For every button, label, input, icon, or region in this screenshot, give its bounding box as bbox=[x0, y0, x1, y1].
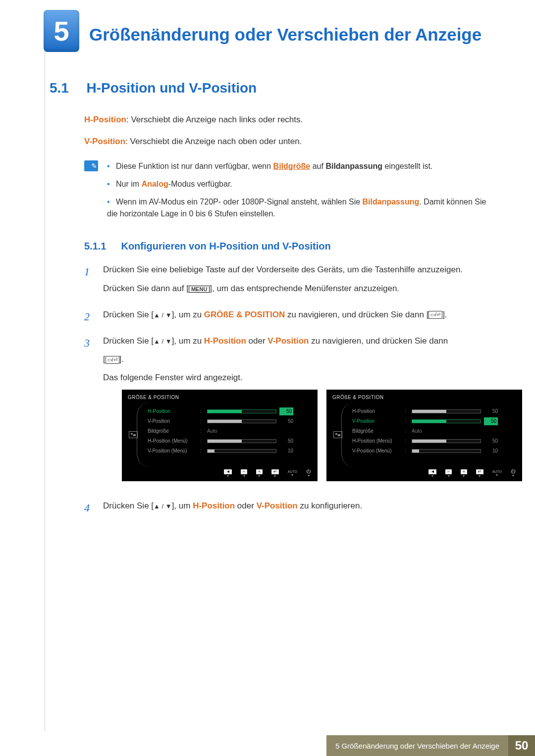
footer-chapter-text: 5 Größenänderung oder Verschieben der An… bbox=[326, 735, 508, 756]
step4-c: zu konfigurieren. bbox=[298, 501, 362, 510]
note3-a: Wenn im AV-Modus ein 720P- oder 1080P-Si… bbox=[116, 198, 362, 206]
bullet-dot: • bbox=[107, 180, 110, 188]
step3-mid: oder bbox=[246, 336, 268, 346]
intro-h-position: H-Position: Verschiebt die Anzeige nach … bbox=[84, 113, 498, 126]
note-item-3: • Wenn im AV-Modus ein 720P- oder 1080P-… bbox=[107, 196, 498, 220]
osd-value: 50 bbox=[279, 407, 293, 415]
note1-bold: Bildanpassung bbox=[325, 162, 382, 170]
step3-c: zu navigieren, und drücken Sie dann bbox=[309, 336, 448, 346]
step4-mid: oder bbox=[235, 501, 256, 510]
step-2: 2 Drücken Sie [▲ / ▼], um zu GRÖßE & POS… bbox=[84, 308, 498, 326]
section-number: 5.1 bbox=[50, 80, 84, 96]
subsection-title: Konfigurieren von H-Position und V-Posit… bbox=[121, 241, 330, 252]
menu-key-icon: MENU bbox=[189, 286, 210, 293]
osd-curve-decor bbox=[137, 403, 149, 467]
step-number-4: 4 bbox=[84, 499, 94, 517]
subsection-number: 5.1.1 bbox=[84, 241, 119, 252]
note1-b: auf bbox=[310, 162, 325, 170]
osd-value: 50 bbox=[279, 417, 293, 425]
osd-value: 50 bbox=[484, 437, 498, 445]
osd-label: H-Position bbox=[352, 407, 402, 415]
osd-value-auto: Auto bbox=[207, 427, 217, 435]
source-enter-icon: ▭/⏎ bbox=[106, 356, 119, 364]
section-title: H-Position und V-Position bbox=[86, 80, 257, 96]
osd-label: V-Position bbox=[352, 417, 402, 425]
osd-screenshot-hposition: GRÖßE & POSITION H-Position:50 V-Positio… bbox=[122, 390, 318, 481]
step3-a: Drücken Sie [ bbox=[103, 336, 154, 346]
osd-arrow-icon: ▾ bbox=[496, 473, 498, 477]
step-number-2: 2 bbox=[84, 308, 94, 326]
osd-row-vpos: V-Position:50 bbox=[148, 416, 312, 426]
osd-title: GRÖßE & POSITION bbox=[332, 394, 516, 402]
step2-d: ]. bbox=[442, 310, 447, 319]
osd-row-hpos: H-Position:50 bbox=[148, 406, 312, 416]
page-footer: 5 Größenänderung oder Verschieben der An… bbox=[0, 735, 535, 756]
osd-value: 50 bbox=[484, 417, 498, 425]
osd-arrow-icon: ▾ bbox=[308, 474, 310, 478]
step1b-b: ], um das entsprechende Menüfenster anzu… bbox=[210, 284, 399, 293]
osd-value: 10 bbox=[484, 447, 498, 455]
left-margin-rule bbox=[45, 10, 45, 731]
osd-arrow-icon: ▾ bbox=[479, 474, 481, 478]
osd-row-hmenu: H-Position (Menü):50 bbox=[352, 436, 516, 446]
osd-side-icon bbox=[129, 431, 138, 438]
osd-footer: ◄▾ −▾ +▾ ↵▾ AUTO▾ ⏻▾ bbox=[224, 469, 311, 478]
note2-b: -Modus verfügbar. bbox=[168, 180, 232, 188]
osd-value-auto: Auto bbox=[412, 427, 422, 435]
note2-orange: Analog bbox=[142, 180, 168, 188]
note-item-1: • Diese Funktion ist nur dann verfügbar,… bbox=[107, 160, 498, 172]
up-down-icon: ▲ / ▼ bbox=[154, 338, 172, 345]
step2-text: Drücken Sie [▲ / ▼], um zu GRÖßE & POSIT… bbox=[103, 308, 447, 321]
step2-c: zu navigieren, und drücken Sie dann [ bbox=[285, 310, 428, 319]
label-h-position: H-Position bbox=[84, 115, 126, 124]
intro-h-text: : Verschiebt die Anzeige nach links oder… bbox=[126, 115, 303, 124]
step3-o1: H-Position bbox=[204, 336, 246, 346]
osd-row-vpos: V-Position:50 bbox=[352, 416, 516, 426]
step-3: 3 Drücken Sie [▲ / ▼], um zu H-Position … bbox=[84, 334, 498, 491]
osd-label: V-Position bbox=[148, 417, 197, 425]
osd-row-size: Bildgröße:Auto bbox=[148, 426, 312, 436]
step2-b: ], um zu bbox=[172, 310, 204, 319]
osd-arrow-icon: ▾ bbox=[274, 474, 276, 478]
note2-a: Nur im bbox=[116, 180, 142, 188]
osd-label: H-Position (Menü) bbox=[352, 437, 402, 445]
osd-title: GRÖßE & POSITION bbox=[128, 394, 312, 402]
step-4: 4 Drücken Sie [▲ / ▼], um H-Position ode… bbox=[84, 499, 498, 517]
osd-label: H-Position bbox=[148, 407, 197, 415]
osd-arrow-icon: ▾ bbox=[291, 473, 293, 477]
step2-a: Drücken Sie [ bbox=[103, 310, 154, 319]
label-v-position: V-Position bbox=[84, 137, 125, 146]
osd-label: H-Position (Menü) bbox=[148, 437, 197, 445]
step-number-3: 3 bbox=[84, 334, 94, 491]
note3-orange: Bildanpassung bbox=[363, 198, 420, 206]
osd-arrow-icon: ▾ bbox=[258, 474, 260, 478]
bullet-dot: • bbox=[107, 198, 110, 206]
osd-arrow-icon: ▾ bbox=[243, 474, 245, 478]
footer-page-number: 50 bbox=[508, 735, 535, 756]
chapter-title: Größenänderung oder Verschieben der Anze… bbox=[89, 15, 498, 46]
osd-row-vmenu: V-Position (Menü):10 bbox=[148, 446, 312, 456]
osd-row-hmenu: H-Position (Menü):50 bbox=[148, 436, 312, 446]
osd-arrow-icon: ▾ bbox=[463, 474, 465, 478]
osd-value: 50 bbox=[484, 407, 498, 415]
step-1: 1 Drücken Sie eine beliebige Taste auf d… bbox=[84, 263, 498, 300]
osd-value: 50 bbox=[279, 437, 293, 445]
note-item-2: • Nur im Analog-Modus verfügbar. bbox=[107, 178, 498, 190]
step1-line2: Drücken Sie dann auf [MENU], um das ents… bbox=[103, 282, 463, 295]
up-down-icon: ▲ / ▼ bbox=[154, 503, 172, 510]
osd-screenshot-vposition: GRÖßE & POSITION H-Position:50 V-Positio… bbox=[326, 390, 522, 481]
step4-o1: H-Position bbox=[193, 501, 235, 510]
osd-arrow-icon: ▾ bbox=[431, 474, 433, 478]
osd-value: 10 bbox=[279, 447, 293, 455]
step4-a: Drücken Sie [ bbox=[103, 501, 154, 510]
osd-label: V-Position (Menü) bbox=[352, 447, 402, 455]
intro-v-position: V-Position: Verschiebt die Anzeige nach … bbox=[84, 135, 498, 148]
link-bildgroesse[interactable]: Bildgröße bbox=[273, 162, 311, 170]
step4-text: Drücken Sie [▲ / ▼], um H-Position oder … bbox=[103, 499, 362, 512]
step3-e: ]. bbox=[119, 354, 124, 364]
osd-curve-decor bbox=[341, 403, 353, 467]
step-number-1: 1 bbox=[84, 263, 94, 300]
note1-a: Diese Funktion ist nur dann verfügbar, w… bbox=[116, 162, 273, 170]
step3-line2: [▭/⏎]. bbox=[103, 353, 522, 366]
osd-arrow-icon: ▾ bbox=[227, 474, 229, 478]
